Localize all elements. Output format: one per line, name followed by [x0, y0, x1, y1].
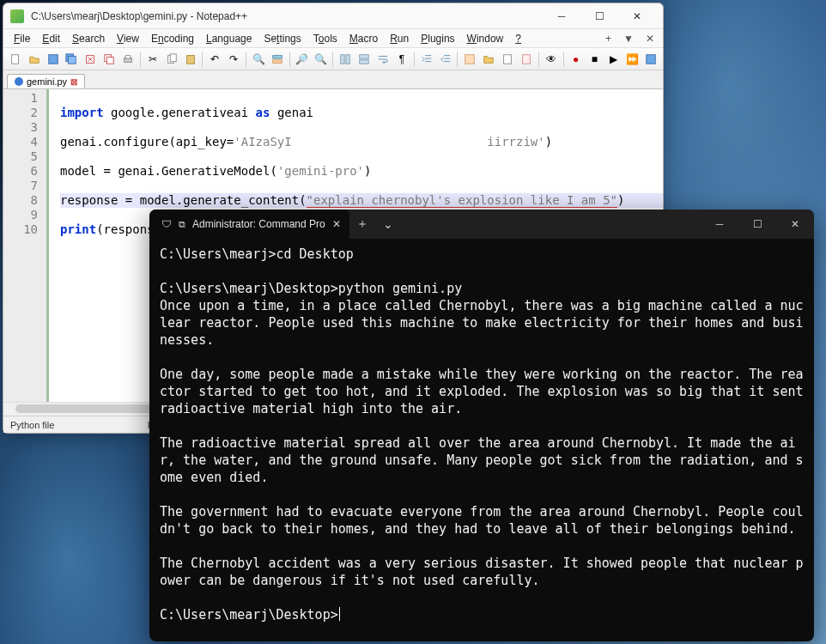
term-minimize-button[interactable]: ─ — [701, 210, 738, 239]
svg-rect-0 — [12, 54, 19, 64]
shield-icon: 🛡 — [161, 218, 172, 230]
menu-file[interactable]: File — [9, 31, 35, 46]
svg-rect-8 — [125, 55, 130, 58]
npp-title: C:\Users\mearj\Desktop\gemini.py - Notep… — [31, 10, 543, 22]
open-file-icon[interactable] — [26, 51, 43, 68]
redo-icon[interactable]: ↷ — [225, 51, 242, 68]
svg-rect-20 — [523, 54, 531, 64]
folder-icon[interactable] — [480, 51, 497, 68]
svg-rect-12 — [273, 55, 282, 58]
svg-rect-11 — [186, 55, 194, 64]
tab-saved-icon — [15, 77, 23, 86]
line-gutter: 12345678910 — [3, 89, 46, 402]
save-icon[interactable] — [45, 51, 62, 68]
svg-rect-16 — [360, 54, 369, 58]
cut-icon[interactable]: ✂ — [144, 51, 161, 68]
toolbar-down-icon[interactable]: ▼ — [620, 33, 637, 45]
wrap-icon[interactable] — [374, 51, 392, 68]
replace-icon[interactable] — [269, 51, 286, 68]
tab-gemini-py[interactable]: gemini.py ⊠ — [7, 74, 85, 88]
npp-menubar: File Edit Search View Encoding Language … — [3, 29, 663, 48]
menu-view[interactable]: View — [112, 31, 144, 46]
copy-icon[interactable] — [163, 51, 180, 68]
npp-titlebar[interactable]: C:\Users\mearj\Desktop\gemini.py - Notep… — [3, 3, 663, 29]
term-body[interactable]: C:\Users\mearj>cd Desktop C:\Users\mearj… — [149, 239, 814, 641]
fold-margin — [46, 89, 57, 402]
menu-settings[interactable]: Settings — [258, 31, 306, 46]
terminal-window: 🛡 ⧉ Administrator: Command Pro ✕ ＋ ⌄ ─ ☐… — [149, 210, 814, 641]
zoom-out-icon[interactable]: 🔍 — [313, 51, 330, 68]
npp-tabbar: gemini.py ⊠ — [3, 70, 663, 89]
term-tab-title: Administrator: Command Pro — [192, 218, 325, 230]
svg-rect-21 — [647, 54, 656, 64]
show-chars-icon[interactable]: ¶ — [393, 51, 410, 68]
fast-forward-icon[interactable]: ⏩ — [623, 51, 641, 68]
term-tab-close-icon[interactable]: ✕ — [332, 218, 341, 230]
toolbar-x-icon[interactable]: ✕ — [642, 33, 658, 45]
close-button[interactable]: ✕ — [618, 4, 656, 28]
undo-icon[interactable]: ↶ — [206, 51, 223, 68]
tab-label: gemini.py — [27, 76, 67, 87]
term-maximize-button[interactable]: ☐ — [738, 210, 776, 239]
outdent-icon[interactable] — [437, 51, 454, 68]
close-all-icon[interactable] — [100, 51, 118, 68]
function-list-icon[interactable] — [461, 51, 478, 68]
tab-close-icon[interactable]: ⊠ — [70, 77, 77, 87]
svg-rect-10 — [170, 53, 176, 61]
paste-icon[interactable] — [182, 51, 199, 68]
doc-list-icon[interactable] — [518, 51, 535, 68]
menu-macro[interactable]: Macro — [344, 31, 383, 46]
sync-v-icon[interactable] — [337, 51, 354, 68]
menu-search[interactable]: Search — [67, 31, 110, 46]
svg-rect-3 — [69, 56, 76, 64]
play-icon[interactable]: ▶ — [604, 51, 622, 68]
sync-h-icon[interactable] — [355, 51, 373, 68]
menu-help[interactable]: ? — [510, 31, 526, 46]
svg-rect-18 — [465, 54, 475, 64]
close-file-icon[interactable] — [82, 51, 99, 68]
menu-plugins[interactable]: Plugins — [416, 31, 459, 46]
cmd-icon: ⧉ — [179, 219, 185, 230]
save-all-icon[interactable] — [64, 51, 81, 68]
svg-rect-17 — [360, 59, 369, 63]
npp-app-icon — [10, 9, 24, 23]
menu-language[interactable]: Language — [201, 31, 257, 46]
svg-rect-14 — [341, 54, 344, 64]
svg-rect-6 — [107, 57, 114, 64]
menu-window[interactable]: Window — [462, 31, 509, 46]
save-macro-icon[interactable] — [642, 51, 659, 68]
find-icon[interactable]: 🔍 — [250, 51, 267, 68]
svg-rect-15 — [346, 54, 349, 64]
menu-run[interactable]: Run — [385, 31, 414, 46]
print-icon[interactable] — [119, 51, 137, 68]
new-file-icon[interactable] — [7, 51, 24, 68]
indent-icon[interactable] — [418, 51, 435, 68]
menu-tools[interactable]: Tools — [308, 31, 343, 46]
doc-map-icon[interactable] — [499, 51, 516, 68]
term-titlebar[interactable]: 🛡 ⧉ Administrator: Command Pro ✕ ＋ ⌄ ─ ☐… — [149, 210, 814, 239]
svg-rect-1 — [48, 54, 58, 64]
menu-encoding[interactable]: Encoding — [146, 31, 199, 46]
tab-dropdown-icon[interactable]: ⌄ — [375, 211, 401, 237]
new-tab-button[interactable]: ＋ — [349, 211, 375, 237]
record-icon[interactable]: ● — [568, 51, 585, 68]
zoom-in-icon[interactable]: 🔎 — [294, 51, 311, 68]
svg-rect-19 — [504, 54, 512, 64]
monitor-icon[interactable]: 👁 — [543, 51, 560, 68]
menu-edit[interactable]: Edit — [37, 31, 65, 46]
term-tab[interactable]: 🛡 ⧉ Administrator: Command Pro ✕ — [149, 210, 349, 239]
svg-rect-13 — [273, 59, 282, 63]
term-close-button[interactable]: ✕ — [776, 210, 814, 239]
npp-toolbar: ✂ ↶ ↷ 🔍 🔎 🔍 ¶ 👁 ● ■ ▶ ⏩ — [3, 48, 663, 70]
maximize-button[interactable]: ☐ — [580, 4, 618, 28]
toolbar-plus-icon[interactable]: + — [602, 33, 615, 45]
stop-icon[interactable]: ■ — [586, 51, 603, 68]
minimize-button[interactable]: ─ — [543, 4, 580, 28]
status-filetype: Python file — [10, 420, 122, 430]
